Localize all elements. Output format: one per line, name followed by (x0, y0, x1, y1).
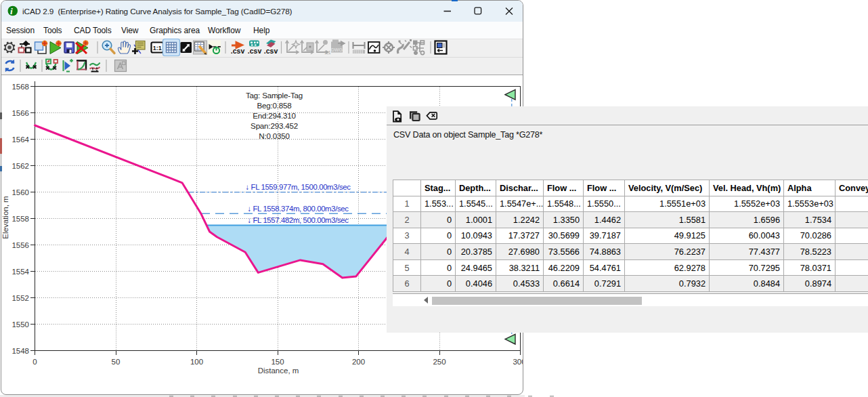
svg-text:1:1: 1:1 (153, 45, 162, 51)
svg-text:.csv: .csv (248, 47, 262, 55)
svg-text:.csv: .csv (264, 47, 278, 55)
svg-text:DWG: DWG (331, 47, 343, 52)
svg-text:1,1: 1,1 (324, 50, 331, 55)
